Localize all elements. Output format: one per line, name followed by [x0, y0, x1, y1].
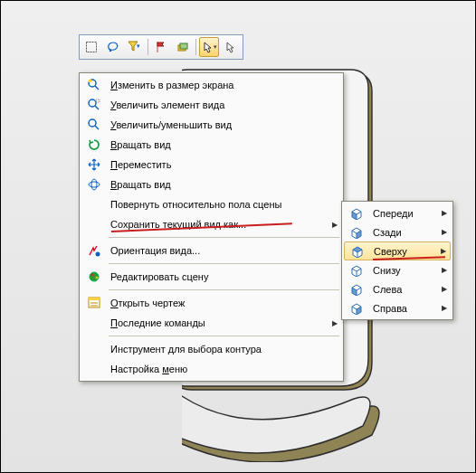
lasso-button[interactable] [103, 37, 123, 57]
svg-point-12 [96, 252, 100, 257]
submenu-label: Снизу [369, 265, 438, 276]
svg-point-1 [109, 50, 111, 52]
menu-separator [109, 289, 339, 290]
submenu-item-back[interactable]: Сзади ▶ [344, 222, 451, 241]
menu-item-zoom-fit[interactable]: Изменить в размер экрана [81, 75, 341, 95]
select-box-button[interactable] [81, 37, 101, 57]
menu-label: Последние команды [107, 317, 328, 328]
svg-point-14 [91, 274, 94, 277]
submenu-arrow-icon: ▶ [437, 247, 450, 255]
menu-item-roll[interactable]: Повернуть относительно пола сцены [81, 194, 341, 214]
menu-label: Вращать вид [107, 179, 328, 190]
submenu-item-bottom[interactable]: Снизу ▶ [344, 260, 451, 279]
flag-button[interactable] [151, 37, 171, 57]
submenu-arrow-icon: ▶ [328, 221, 341, 229]
menu-item-recent[interactable]: Последние команды ▶ [81, 313, 341, 333]
svg-rect-6 [89, 80, 91, 82]
svg-point-15 [96, 277, 99, 279]
submenu-label: Слева [369, 284, 438, 295]
svg-text:▾: ▾ [137, 43, 140, 49]
svg-rect-4 [180, 43, 187, 49]
submenu-arrow-icon: ▶ [328, 319, 341, 327]
submenu-arrow-icon: ▶ [438, 304, 451, 312]
submenu-item-right[interactable]: Справа ▶ [344, 298, 451, 317]
menu-separator [109, 336, 339, 336]
submenu-arrow-icon: ▶ [438, 209, 451, 217]
selection-toolbar: ▾ ▾ [79, 34, 243, 60]
submenu-arrow-icon: ▶ [438, 285, 451, 293]
menu-label: Настройка меню [107, 364, 328, 374]
toolbar-separator [148, 39, 148, 55]
filter-select-button[interactable]: ▾ [125, 37, 145, 57]
menu-label: Сохранить текущий вид как... [107, 219, 328, 230]
menu-label: Вращать вид [107, 139, 328, 150]
submenu-label: Сзади [369, 227, 438, 238]
svg-point-10 [89, 182, 100, 187]
svg-rect-17 [89, 298, 100, 300]
toolbar-separator [195, 39, 196, 55]
pick-layer-button[interactable] [173, 37, 193, 57]
menu-label: Переместить [107, 159, 328, 170]
submenu-item-left[interactable]: Слева ▶ [344, 279, 451, 298]
menu-separator [109, 237, 339, 238]
menu-separator [109, 263, 339, 264]
menu-item-rotate-2[interactable]: Вращать вид [81, 175, 341, 194]
menu-label: Увеличить элемент вида [107, 99, 328, 110]
save-view-submenu: Спереди ▶ Сзади ▶ Сверху ▶ Снизу ▶ Слева… [341, 201, 453, 320]
submenu-label: Справа [369, 303, 438, 314]
menu-item-zoom-element[interactable]: Увеличить элемент вида [81, 95, 341, 115]
chevron-down-icon: ▾ [214, 43, 217, 51]
menu-item-pan[interactable]: Переместить [81, 155, 341, 175]
menu-item-orientation[interactable]: Ориентация вида... [81, 241, 341, 260]
menu-label: Открыть чертеж [107, 298, 328, 308]
submenu-label: Спереди [369, 208, 438, 219]
menu-item-contour-tool[interactable]: Инструмент для выбора контура [81, 339, 341, 359]
menu-label: Редактировать сцену [107, 271, 328, 282]
menu-label: Изменить в размер экрана [107, 80, 328, 90]
svg-rect-0 [87, 43, 97, 52]
svg-point-7 [89, 99, 96, 107]
submenu-arrow-icon: ▶ [438, 266, 451, 274]
menu-label: Увеличить/уменьшить вид [107, 119, 328, 130]
menu-item-zoom[interactable]: Увеличить/уменьшить вид [81, 115, 341, 135]
cursor-alt-button[interactable] [221, 37, 241, 57]
submenu-label: Сверху [370, 246, 437, 257]
svg-rect-8 [96, 99, 100, 102]
submenu-arrow-icon: ▶ [438, 228, 451, 236]
menu-item-menu-config[interactable]: Настройка меню [81, 359, 341, 379]
svg-point-9 [89, 119, 96, 127]
svg-point-11 [91, 179, 97, 190]
submenu-item-front[interactable]: Спереди ▶ [344, 203, 451, 222]
menu-label: Ориентация вида... [107, 245, 328, 256]
menu-label: Повернуть относительно пола сцены [107, 199, 328, 210]
menu-label: Инструмент для выбора контура [107, 344, 328, 355]
menu-item-rotate[interactable]: Вращать вид [81, 135, 341, 155]
cursor-button[interactable]: ▾ [199, 37, 219, 57]
menu-item-edit-scene[interactable]: Редактировать сцену [81, 267, 341, 287]
menu-item-open-drawing[interactable]: Открыть чертеж [81, 293, 341, 313]
